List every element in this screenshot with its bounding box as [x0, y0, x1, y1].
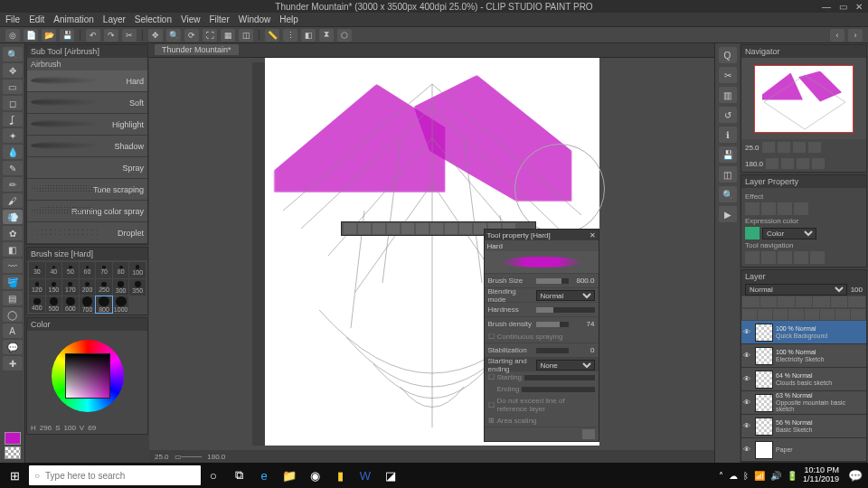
balloon-tool[interactable]: 💬 — [3, 340, 23, 354]
open-button[interactable]: 📂 — [42, 29, 56, 42]
nav-rotslider[interactable] — [781, 158, 794, 169]
tray-up-icon[interactable]: ˄ — [719, 471, 723, 481]
toolprop-close-icon[interactable]: ✕ — [590, 231, 596, 239]
canvas-viewport[interactable]: Tool property [Hard]✕ Hard Brush Size800… — [149, 58, 714, 450]
new-button[interactable]: 📄 — [24, 29, 38, 42]
snap-button[interactable]: ◫ — [239, 29, 253, 42]
visibility-icon[interactable]: 👁 — [743, 375, 752, 383]
visibility-icon[interactable]: 👁 — [743, 399, 752, 407]
edge-icon[interactable]: e — [251, 469, 277, 483]
rotate-button[interactable]: ⟳ — [184, 29, 199, 42]
nav-flip[interactable] — [812, 158, 825, 169]
undo-button[interactable]: ↶ — [86, 29, 100, 42]
delete-layer-button[interactable] — [848, 296, 865, 307]
menu-selection[interactable]: Selection — [135, 14, 172, 24]
effect-tone[interactable] — [761, 202, 776, 215]
layer-row[interactable]: 👁100 % NormalElectricity Sketch — [741, 344, 866, 368]
blend-tool[interactable]: 〰 — [3, 258, 23, 273]
nav-zoomslider[interactable] — [778, 142, 790, 153]
word-icon[interactable]: W — [353, 469, 378, 483]
cut-button[interactable]: ✂ — [122, 29, 137, 42]
transform-button[interactable]: ⛶ — [203, 29, 217, 42]
nav-zoomout[interactable] — [762, 142, 775, 153]
menu-animation[interactable]: Animation — [53, 14, 93, 24]
effect-extract[interactable] — [794, 202, 808, 215]
volume-icon[interactable]: 🔊 — [770, 471, 781, 481]
hardness-slider[interactable] — [536, 307, 595, 313]
autosave-icon[interactable]: 💾 — [719, 146, 737, 163]
toolprop-tab[interactable]: Hard — [487, 242, 503, 250]
brush-size-600[interactable]: 600 — [62, 296, 79, 313]
layer-row[interactable]: 👁63 % NormalOpposite mountain basic sket… — [741, 391, 866, 415]
visibility-icon[interactable]: 👁 — [743, 328, 752, 336]
brush-size-50[interactable]: 50 — [62, 262, 79, 278]
brush-size-slider[interactable] — [536, 278, 569, 284]
area-expand-icon[interactable]: ⊞ — [488, 417, 495, 425]
color-wheel[interactable] — [27, 331, 147, 421]
menu-layer[interactable]: Layer — [103, 14, 126, 24]
layer-blend-select[interactable]: Normal — [745, 284, 847, 296]
startend-select[interactable]: None — [536, 360, 595, 371]
nav-zoomin[interactable] — [793, 142, 806, 153]
3d-button[interactable]: ⬡ — [337, 29, 352, 42]
toolnav-3[interactable] — [778, 251, 792, 264]
blend-mode-select[interactable]: Normal — [536, 290, 595, 301]
operation-tool[interactable]: ▭ — [3, 80, 23, 94]
lasso-tool[interactable]: ʆ — [3, 112, 23, 127]
brush-size-500[interactable]: 500 — [46, 296, 62, 313]
ref-button[interactable] — [831, 296, 848, 307]
stabilization-slider[interactable] — [536, 348, 569, 353]
symmetry-button[interactable]: ⧗ — [319, 29, 334, 42]
pen-tool[interactable]: ✎ — [3, 161, 23, 175]
pencil-tool[interactable]: ✏ — [3, 177, 23, 192]
history-icon[interactable]: ↺ — [719, 107, 737, 123]
navigator-view[interactable] — [741, 58, 866, 139]
subtool-tone-scraping[interactable]: Tone scraping — [27, 179, 147, 201]
chevron-left-icon[interactable]: ‹ — [830, 29, 844, 42]
zoom-slider-icon[interactable]: ▭──── — [175, 453, 203, 461]
starting-check[interactable]: ☐ — [488, 373, 495, 381]
figure-tool[interactable]: ◯ — [3, 307, 23, 322]
menu-help[interactable]: Help — [279, 14, 298, 24]
close-button[interactable]: ✕ — [854, 2, 864, 12]
continuous-check[interactable]: ☐ — [488, 333, 495, 341]
item-icon[interactable]: ◫ — [719, 166, 737, 183]
subtool-soft[interactable]: Soft — [27, 92, 147, 114]
refline-check[interactable]: ☐ — [488, 401, 495, 409]
brush-size-120[interactable]: 120 — [29, 279, 45, 296]
cortana-icon[interactable]: ○ — [201, 469, 226, 483]
taskbar-clock[interactable]: 10:10 PM 1/11/2019 — [803, 466, 843, 484]
clipstudio-taskbar-icon[interactable]: ◪ — [378, 469, 403, 483]
animation-icon[interactable]: ▶ — [719, 206, 737, 222]
layer-row[interactable]: 👁56 % NormalBasic Sketch — [741, 415, 866, 438]
menu-window[interactable]: Window — [239, 14, 271, 24]
explorer-icon[interactable]: 📁 — [277, 469, 302, 483]
brush-size-30[interactable]: 30 — [29, 262, 45, 278]
brush-size-200[interactable]: 200 — [80, 279, 96, 296]
effect-border[interactable] — [745, 202, 760, 215]
wifi-icon[interactable]: 📶 — [754, 471, 765, 481]
brush-size-300[interactable]: 300 — [113, 279, 129, 296]
nav-rotleft[interactable] — [766, 158, 778, 169]
move-button[interactable]: ✥ — [148, 29, 163, 42]
save-button[interactable]: 💾 — [60, 29, 74, 42]
brush-size-800[interactable]: 800 — [96, 296, 112, 313]
layer-row[interactable]: 👁100 % NormalQuick Background — [741, 321, 866, 344]
menu-file[interactable]: File — [5, 14, 20, 24]
brush-size-250[interactable]: 250 — [96, 279, 112, 296]
grid-button[interactable]: ▦ — [221, 29, 235, 42]
background-color[interactable] — [5, 446, 21, 459]
material-button[interactable]: ◧ — [301, 29, 316, 42]
brush-size-700[interactable]: 700 — [80, 296, 96, 313]
menu-edit[interactable]: Edit — [29, 14, 44, 24]
search-icon[interactable]: 🔍 — [719, 186, 737, 202]
layer-row[interactable]: 👁64 % NormalClouds basic sketch — [741, 368, 866, 391]
nav-fit[interactable] — [808, 142, 821, 153]
brush-size-400[interactable]: 400 — [29, 296, 45, 313]
ruler-button[interactable]: 📏 — [265, 29, 279, 42]
start-button[interactable]: ⊞ — [0, 469, 29, 483]
system-tray[interactable]: ˄ ☁ ᛒ 📶 🔊 🔋 — [713, 471, 803, 481]
zoom-button[interactable]: 🔍 — [166, 29, 181, 42]
brush-size-1000[interactable]: 1000 — [113, 296, 129, 313]
clipstudio-icon[interactable]: ◎ — [5, 29, 20, 42]
